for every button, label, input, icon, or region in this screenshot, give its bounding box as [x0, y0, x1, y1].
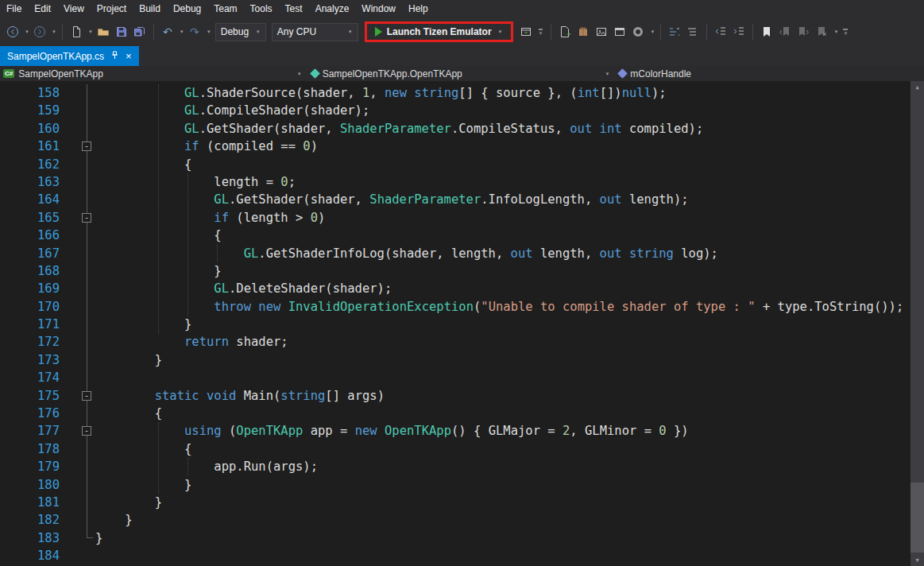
code-line[interactable]: 178 {: [0, 440, 924, 458]
menu-item-file[interactable]: File: [0, 1, 28, 17]
breadcrumb-project-dropdown[interactable]: C# SampelOpenTKApp ▼: [0, 66, 308, 81]
line-number[interactable]: 163: [0, 173, 60, 191]
code-line[interactable]: 181 }: [0, 494, 924, 511]
line-number[interactable]: 168: [0, 262, 60, 280]
image-icon[interactable]: [593, 24, 609, 40]
line-number[interactable]: 159: [0, 102, 60, 119]
new-file-icon[interactable]: [68, 24, 84, 40]
close-tab-icon[interactable]: ×: [126, 51, 132, 61]
menu-item-window[interactable]: Window: [355, 1, 402, 17]
clear-bookmarks-icon[interactable]: [814, 24, 829, 40]
caret-down-icon[interactable]: ▼: [88, 29, 93, 34]
caret-down-icon[interactable]: ▼: [52, 29, 56, 34]
line-number[interactable]: 171: [0, 316, 60, 333]
caret-down-icon[interactable]: ▼: [180, 29, 184, 34]
line-number[interactable]: 166: [0, 227, 60, 244]
code-editor[interactable]: 158 GL.ShaderSource(shader, 1, new strin…: [0, 81, 924, 566]
code-line[interactable]: 169 GL.DeleteShader(shader);: [0, 280, 924, 297]
line-number[interactable]: 162: [0, 156, 60, 173]
menu-item-build[interactable]: Build: [133, 1, 167, 17]
line-number[interactable]: 178: [0, 440, 60, 458]
open-file-icon[interactable]: [95, 24, 111, 40]
line-number[interactable]: 184: [0, 547, 60, 564]
code-line[interactable]: 164 GL.GetShader(shader, ShaderParameter…: [0, 191, 924, 208]
code-line[interactable]: 171 }: [0, 316, 924, 333]
fold-collapse-icon[interactable]: -: [82, 391, 91, 401]
line-number[interactable]: 174: [0, 369, 60, 386]
attach-process-icon[interactable]: [518, 24, 534, 40]
code-line[interactable]: 160 GL.GetShader(shader, ShaderParameter…: [0, 120, 924, 138]
line-number[interactable]: 169: [0, 280, 60, 297]
menu-item-analyze[interactable]: Analyze: [309, 1, 356, 17]
redo-icon[interactable]: ↷: [187, 24, 203, 40]
code-line[interactable]: 183}: [0, 529, 924, 547]
line-number[interactable]: 172: [0, 333, 60, 351]
fold-collapse-icon[interactable]: -: [82, 142, 91, 151]
code-line[interactable]: 158 GL.ShaderSource(shader, 1, new strin…: [0, 84, 924, 102]
line-number[interactable]: 164: [0, 191, 60, 208]
scrollbar-thumb[interactable]: [910, 483, 924, 552]
solution-platform-dropdown[interactable]: Any CPU ▼: [272, 23, 358, 41]
code-line[interactable]: 163 length = 0;: [0, 173, 924, 191]
caret-down-icon[interactable]: ▼: [650, 29, 655, 34]
line-number[interactable]: 177: [0, 422, 60, 440]
line-number[interactable]: 165: [0, 209, 60, 227]
pin-tab-icon[interactable]: [111, 51, 118, 62]
code-line[interactable]: 168 }: [0, 262, 924, 280]
outline-list-alt-icon[interactable]: [685, 24, 701, 40]
line-number[interactable]: 180: [0, 476, 60, 494]
vertical-scrollbar[interactable]: ▲ ▼: [910, 81, 924, 566]
code-line[interactable]: 162 {: [0, 156, 924, 173]
code-line[interactable]: 161- if (compiled == 0): [0, 138, 924, 155]
solution-configuration-dropdown[interactable]: Debug ▼: [215, 23, 266, 41]
fold-collapse-icon[interactable]: -: [82, 426, 91, 436]
line-number[interactable]: 173: [0, 351, 60, 369]
package-icon[interactable]: [575, 24, 591, 40]
line-number[interactable]: 175: [0, 387, 60, 405]
menu-item-help[interactable]: Help: [402, 1, 435, 17]
line-number[interactable]: 183: [0, 529, 60, 547]
line-number[interactable]: 182: [0, 511, 60, 529]
indent-increase-icon[interactable]: [731, 24, 747, 40]
code-line[interactable]: 174: [0, 369, 924, 386]
code-line[interactable]: 179 app.Run(args);: [0, 458, 924, 475]
menu-item-edit[interactable]: Edit: [28, 1, 57, 17]
bookmark-icon[interactable]: [759, 24, 775, 40]
outline-list-icon[interactable]: [667, 24, 682, 40]
line-number[interactable]: 167: [0, 245, 60, 262]
menu-item-tools[interactable]: Tools: [244, 1, 279, 17]
indent-decrease-icon[interactable]: [713, 24, 729, 40]
save-icon[interactable]: [114, 24, 130, 40]
code-line[interactable]: 182 }: [0, 511, 924, 529]
toolbar-overflow-icon[interactable]: ▼: [539, 29, 543, 36]
code-line[interactable]: 166 {: [0, 227, 924, 244]
code-line[interactable]: 165- if (length > 0): [0, 209, 924, 227]
line-number[interactable]: 181: [0, 494, 60, 511]
line-number[interactable]: 176: [0, 405, 60, 422]
caret-down-icon[interactable]: ▼: [833, 29, 838, 34]
line-number[interactable]: 160: [0, 120, 60, 138]
code-line[interactable]: 175- static void Main(string[] args): [0, 387, 924, 405]
breadcrumb-member-dropdown[interactable]: mColorHandle: [616, 66, 924, 81]
window-icon[interactable]: [612, 24, 628, 40]
code-line[interactable]: 180 }: [0, 476, 924, 494]
code-line[interactable]: 173 }: [0, 351, 924, 369]
caret-down-icon[interactable]: ▼: [25, 29, 29, 34]
line-number[interactable]: 158: [0, 84, 60, 102]
menu-item-project[interactable]: Project: [91, 1, 133, 17]
code-line[interactable]: 177- using (OpenTKApp app = new OpenTKAp…: [0, 422, 924, 440]
code-line[interactable]: 159 GL.CompileShader(shader);: [0, 102, 924, 119]
toolbar-overflow-icon[interactable]: ▼: [843, 29, 848, 36]
line-number[interactable]: 161: [0, 138, 60, 155]
navigate-forward-icon[interactable]: [32, 24, 48, 40]
navigate-back-icon[interactable]: [5, 24, 21, 40]
add-item-icon[interactable]: [557, 24, 573, 40]
code-line[interactable]: 170 throw new InvalidOperationException(…: [0, 298, 924, 316]
fold-collapse-icon[interactable]: -: [82, 213, 91, 223]
scroll-down-icon[interactable]: ▼: [910, 554, 924, 566]
menu-item-debug[interactable]: Debug: [167, 1, 207, 17]
previous-bookmark-icon[interactable]: [777, 24, 793, 40]
code-line[interactable]: 184: [0, 547, 924, 564]
line-number[interactable]: 170: [0, 298, 60, 316]
save-all-icon[interactable]: [132, 24, 148, 40]
